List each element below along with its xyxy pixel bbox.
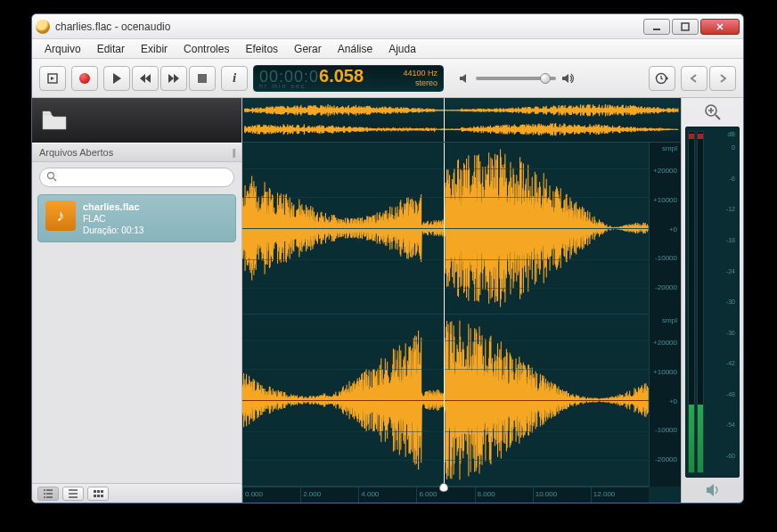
view-list-button[interactable] bbox=[37, 487, 59, 501]
clock-icon bbox=[655, 72, 669, 85]
app-icon bbox=[36, 20, 50, 34]
history-button[interactable] bbox=[649, 66, 675, 91]
close-button[interactable] bbox=[700, 19, 740, 35]
nav-back-button[interactable] bbox=[681, 66, 707, 91]
file-item[interactable]: ♪ charlies.flac FLAC Duração: 00:13 bbox=[37, 194, 236, 242]
folder-icon bbox=[41, 110, 68, 131]
volume-high-icon bbox=[561, 72, 576, 85]
forward-button[interactable] bbox=[160, 66, 187, 91]
playhead-handle[interactable] bbox=[439, 483, 448, 492]
zoom-in-icon[interactable] bbox=[704, 103, 722, 121]
time-unit-labels: hr min sec bbox=[259, 83, 384, 89]
file-duration: Duração: 00:13 bbox=[83, 225, 143, 236]
sidebar: Arquivos Abertos ||| ♪ charlies.flac FLA… bbox=[32, 98, 242, 503]
menu-gerar[interactable]: Gerar bbox=[287, 41, 329, 57]
titlebar[interactable]: charlies.flac - ocenaudio bbox=[32, 14, 743, 39]
stop-icon bbox=[198, 74, 207, 83]
play-button[interactable] bbox=[103, 66, 130, 91]
toolbar: i 00:00:0 6.058 hr min sec 44100 Hz ster… bbox=[32, 59, 743, 98]
menu-analise[interactable]: Análise bbox=[331, 41, 380, 57]
stop-button[interactable] bbox=[189, 66, 216, 91]
svg-rect-0 bbox=[653, 29, 660, 30]
file-list: ♪ charlies.flac FLAC Duração: 00:13 bbox=[32, 192, 241, 483]
nav-forward-button[interactable] bbox=[709, 66, 736, 91]
overview-waveform bbox=[244, 102, 679, 138]
svg-rect-6 bbox=[97, 490, 100, 493]
channel-left[interactable] bbox=[242, 143, 649, 315]
loop-region-button[interactable] bbox=[39, 66, 66, 91]
menu-efeitos[interactable]: Efeitos bbox=[238, 41, 285, 57]
arrow-right-icon bbox=[717, 73, 728, 84]
volume-thumb[interactable] bbox=[540, 73, 551, 84]
meter-right bbox=[697, 131, 704, 473]
level-meter: dB 0 -6 -12 -18 -24 -30 -36 -42 -48 -54 … bbox=[685, 127, 740, 478]
sidebar-header[interactable] bbox=[32, 98, 241, 143]
file-format: FLAC bbox=[83, 213, 143, 225]
meter-panel: dB 0 -6 -12 -18 -24 -30 -36 -42 -48 -54 … bbox=[681, 98, 743, 503]
volume-control bbox=[458, 72, 576, 85]
app-window: charlies.flac - ocenaudio Arquivo Editar… bbox=[31, 13, 744, 503]
arrow-left-icon bbox=[689, 73, 699, 84]
channels[interactable] bbox=[242, 143, 649, 487]
info-icon: i bbox=[233, 70, 236, 86]
transport-group bbox=[103, 66, 216, 91]
sample-rate: 44100 Hz bbox=[403, 69, 438, 78]
speaker-icon[interactable] bbox=[705, 483, 721, 497]
menu-ajuda[interactable]: Ajuda bbox=[381, 41, 423, 57]
channel-mode: stereo bbox=[415, 78, 438, 88]
forward-icon bbox=[168, 73, 180, 84]
file-name: charlies.flac bbox=[83, 201, 143, 213]
main-area: Arquivos Abertos ||| ♪ charlies.flac FLA… bbox=[32, 98, 743, 503]
svg-rect-1 bbox=[682, 23, 689, 30]
volume-slider[interactable] bbox=[476, 77, 556, 80]
minimize-button[interactable] bbox=[643, 19, 670, 35]
overview-playhead[interactable] bbox=[444, 98, 445, 142]
svg-rect-8 bbox=[94, 495, 96, 497]
menu-controles[interactable]: Controles bbox=[176, 41, 236, 57]
menu-editar[interactable]: Editar bbox=[90, 41, 132, 57]
music-note-icon: ♪ bbox=[45, 201, 76, 231]
play-icon bbox=[113, 73, 121, 84]
menubar: Arquivo Editar Exibir Controles Efeitos … bbox=[32, 39, 743, 59]
time-display[interactable]: 00:00:0 6.058 hr min sec 44100 Hz stereo bbox=[253, 65, 444, 92]
waveform-area: smpl +20000 +10000 +0 -10000 -20000 smpl… bbox=[242, 98, 743, 503]
waveform-main[interactable]: smpl +20000 +10000 +0 -10000 -20000 smpl… bbox=[242, 98, 681, 503]
maximize-button[interactable] bbox=[672, 19, 699, 35]
rewind-button[interactable] bbox=[132, 66, 159, 91]
menu-exibir[interactable]: Exibir bbox=[134, 41, 175, 57]
window-title: charlies.flac - ocenaudio bbox=[55, 20, 643, 33]
sidebar-footer bbox=[32, 483, 241, 503]
view-grid-button[interactable] bbox=[87, 487, 109, 501]
playhead[interactable] bbox=[444, 143, 445, 487]
info-button[interactable]: i bbox=[221, 66, 248, 91]
search-input[interactable] bbox=[39, 168, 234, 187]
grip-icon[interactable]: ||| bbox=[232, 147, 234, 158]
svg-rect-10 bbox=[101, 495, 103, 497]
search-icon bbox=[46, 171, 57, 182]
svg-rect-9 bbox=[97, 495, 100, 497]
svg-point-4 bbox=[48, 173, 54, 179]
svg-rect-7 bbox=[101, 490, 103, 493]
rewind-icon bbox=[139, 73, 151, 84]
sidebar-section-label: Arquivos Abertos ||| bbox=[32, 143, 241, 162]
overview-panel[interactable] bbox=[242, 98, 681, 143]
record-icon bbox=[79, 73, 90, 84]
record-button[interactable] bbox=[71, 66, 98, 91]
menu-arquivo[interactable]: Arquivo bbox=[37, 41, 88, 57]
channel-right[interactable] bbox=[242, 315, 649, 487]
svg-rect-5 bbox=[94, 490, 96, 493]
view-detail-button[interactable] bbox=[62, 487, 84, 501]
time-current: 6.058 bbox=[319, 67, 364, 85]
amplitude-ruler: smpl +20000 +10000 +0 -10000 -20000 smpl… bbox=[649, 143, 681, 487]
volume-low-icon bbox=[458, 72, 470, 85]
meter-left bbox=[688, 131, 695, 473]
